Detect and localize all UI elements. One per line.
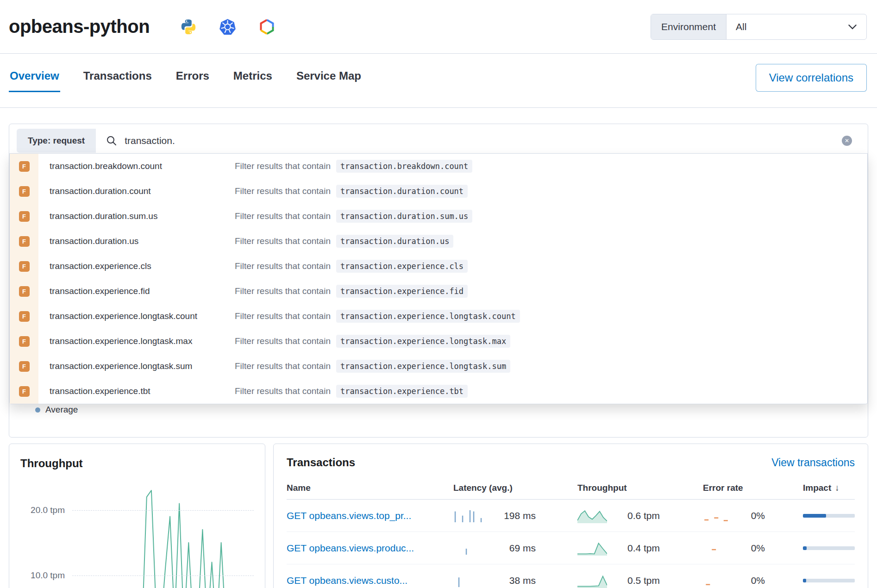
impact-bar-track [803,546,855,550]
throughput-cell: 0.5 tpm [577,573,703,588]
field-token-icon: F [19,161,30,172]
suggestion-field-name: transaction.breakdown.count [38,161,235,171]
impact-cell [803,579,855,582]
error-rate-sparkline [703,541,733,556]
suggestion-field-code: transaction.duration.count [336,185,468,198]
suggestions-dropdown: F transaction.breakdown.count Filter res… [9,153,868,404]
suggestion-description-prefix: Filter results that contain [235,236,331,246]
service-logos [180,19,276,35]
transaction-name-cell: GET opbeans.views.top_pr... [287,510,453,521]
query-suggestion-row[interactable]: F transaction.experience.longtask.max Fi… [10,329,867,354]
tab-overview[interactable]: Overview [9,63,60,92]
transaction-link[interactable]: GET opbeans.views.produc... [287,543,444,554]
transaction-link[interactable]: GET opbeans.views.custo... [287,575,444,586]
impact-cell [803,546,855,550]
suggestion-description-prefix: Filter results that contain [235,211,331,221]
suggestion-field-name: transaction.duration.count [38,186,235,196]
google-cloud-icon [258,19,276,35]
query-suggestion-row[interactable]: F transaction.experience.longtask.count … [10,304,867,329]
average-legend-label: Average [45,405,78,415]
latency-cell: 69 ms [453,541,577,556]
query-suggestion-row[interactable]: F transaction.duration.sum.us Filter res… [10,204,867,229]
average-legend-dot [35,407,40,413]
latency-value: 69 ms [488,543,536,554]
tab-errors[interactable]: Errors [175,63,210,92]
view-transactions-link[interactable]: View transactions [771,457,855,469]
throughput-sparkline [577,573,607,588]
suggestion-description: Filter results that contain transaction.… [235,235,867,248]
error-rate-sparkline [703,508,733,523]
throughput-cell: 0.4 tpm [577,541,703,556]
transaction-name-cell: GET opbeans.views.produc... [287,543,453,554]
suggestion-field-code: transaction.duration.us [336,235,453,248]
environment-value: All [736,21,746,32]
query-suggestion-row[interactable]: F transaction.duration.us Filter results… [10,229,867,254]
tab-metrics[interactable]: Metrics [232,63,273,92]
impact-bar-track [803,514,855,518]
throughput-line-chart [72,488,254,588]
tabs: OverviewTransactionsErrorsMetricsService… [9,63,362,92]
gridline [72,575,254,576]
field-token-icon: F [19,261,30,272]
query-suggestion-row[interactable]: F transaction.experience.cls Filter resu… [10,254,867,279]
impact-bar-track [803,579,855,582]
error-rate-value: 0% [737,510,765,521]
suggestion-field-name: transaction.duration.us [38,236,235,246]
suggestion-description-prefix: Filter results that contain [235,286,331,296]
suggestion-field-name: transaction.experience.longtask.count [38,311,235,321]
column-header-name[interactable]: Name [287,483,453,493]
query-suggestion-row[interactable]: F transaction.experience.tbt Filter resu… [10,379,867,404]
throughput-sparkline [577,541,607,556]
chart-legend: Average [35,405,78,415]
latency-sparkline [453,508,483,523]
throughput-chart: 20.0 tpm10.0 tpm [20,488,254,588]
latency-sparkline [453,573,483,588]
clear-query-button[interactable]: ✕ [842,136,852,146]
throughput-value: 0.5 tpm [612,575,660,586]
error-rate-value: 0% [737,575,765,586]
chevron-down-icon [848,24,857,30]
service-title: opbeans-python [9,16,150,37]
suggestion-field-code: transaction.experience.tbt [336,385,468,398]
y-axis-tick-label: 20.0 tpm [20,505,65,515]
suggestion-field-name: transaction.experience.fid [38,286,235,296]
impact-cell [803,514,855,518]
transactions-panel: Transactions View transactions NameLaten… [273,444,868,588]
error-rate-cell: 0% [703,573,803,588]
tab-bar: OverviewTransactionsErrorsMetricsService… [0,54,877,108]
tab-transactions[interactable]: Transactions [82,63,153,92]
latency-value: 38 ms [488,575,536,586]
field-token-icon: F [19,361,30,372]
field-token-cell: F [10,179,38,204]
throughput-sparkline [577,508,607,523]
suggestion-field-name: transaction.duration.sum.us [38,211,235,221]
environment-select[interactable]: Environment All [651,14,867,40]
suggestion-field-code: transaction.experience.longtask.count [336,310,520,323]
tab-service-map[interactable]: Service Map [295,63,362,92]
column-header-throughput[interactable]: Throughput [577,483,703,493]
field-token-cell: F [10,354,38,379]
query-suggestion-row[interactable]: F transaction.breakdown.count Filter res… [10,154,867,179]
column-header-impact[interactable]: Impact↓ [803,483,855,493]
type-filter-badge[interactable]: Type: request [17,129,96,153]
suggestion-field-code: transaction.breakdown.count [336,160,472,173]
suggestion-field-code: transaction.experience.cls [336,260,468,273]
query-suggestion-row[interactable]: F transaction.experience.longtask.sum Fi… [10,354,867,379]
impact-bar-fill [803,579,806,582]
suggestion-description: Filter results that contain transaction.… [235,335,867,348]
suggestion-field-code: transaction.experience.fid [336,285,468,298]
field-token-icon: F [19,336,30,347]
query-input[interactable] [125,135,834,146]
suggestion-description-prefix: Filter results that contain [235,186,331,196]
search-icon [106,135,117,146]
query-suggestion-row[interactable]: F transaction.duration.count Filter resu… [10,179,867,204]
column-header-latency-avg[interactable]: Latency (avg.) [453,483,577,493]
field-token-cell: F [10,279,38,304]
column-header-error-rate[interactable]: Error rate [703,483,803,493]
view-correlations-button[interactable]: View correlations [756,64,867,92]
field-token-icon: F [19,211,30,222]
transaction-link[interactable]: GET opbeans.views.top_pr... [287,510,444,521]
throughput-panel: Throughput 20.0 tpm10.0 tpm [9,444,265,588]
throughput-title: Throughput [20,457,254,470]
query-suggestion-row[interactable]: F transaction.experience.fid Filter resu… [10,279,867,304]
